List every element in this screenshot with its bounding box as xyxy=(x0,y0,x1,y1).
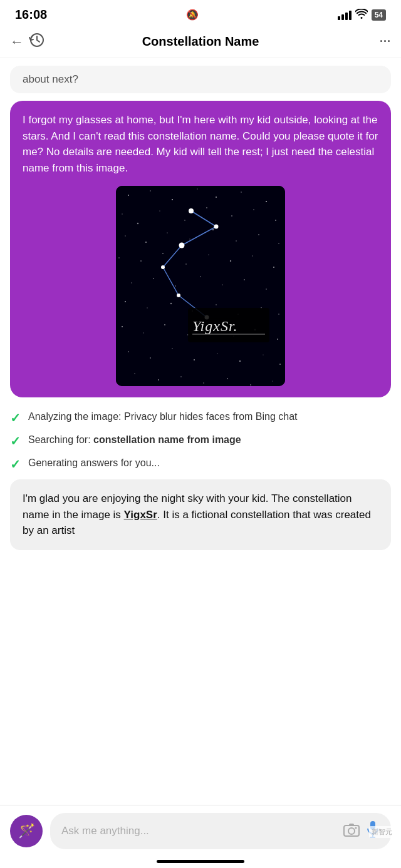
svg-point-88 xyxy=(355,827,357,829)
svg-point-69 xyxy=(250,384,251,385)
svg-point-57 xyxy=(150,357,151,359)
status-bar: 16:08 🔕 54 xyxy=(0,0,401,27)
back-button[interactable]: ← xyxy=(10,34,24,50)
svg-rect-1 xyxy=(116,186,285,386)
mute-icon: 🔕 xyxy=(186,9,199,21)
svg-point-68 xyxy=(227,378,228,379)
more-button[interactable]: ··· xyxy=(380,35,391,48)
svg-point-3 xyxy=(150,190,151,191)
svg-point-77 xyxy=(214,225,219,229)
checkmark-1: ✓ xyxy=(10,411,21,426)
svg-point-16 xyxy=(275,220,276,221)
battery-icon: 54 xyxy=(372,9,386,21)
svg-point-6 xyxy=(216,197,217,198)
svg-point-44 xyxy=(216,304,217,305)
svg-point-47 xyxy=(278,314,279,315)
status-item-3: ✓ Generating answers for you... xyxy=(10,456,391,472)
status-item-2: ✓ Searching for: constellation name from… xyxy=(10,433,391,449)
bing-button[interactable]: 🪄 xyxy=(10,815,43,847)
svg-point-14 xyxy=(231,215,232,217)
svg-point-63 xyxy=(279,364,281,365)
svg-point-55 xyxy=(277,339,278,340)
svg-point-49 xyxy=(143,332,143,333)
home-bar xyxy=(157,855,244,863)
svg-point-36 xyxy=(200,276,201,277)
svg-point-12 xyxy=(184,220,185,221)
status-item-1: ✓ Analyzing the image: Privacy blur hide… xyxy=(10,410,391,426)
svg-point-50 xyxy=(164,324,165,325)
svg-point-80 xyxy=(177,294,180,297)
svg-point-22 xyxy=(236,240,236,241)
checkmark-3: ✓ xyxy=(10,457,21,472)
svg-point-48 xyxy=(122,326,123,327)
svg-point-31 xyxy=(252,255,253,257)
checkmark-2: ✓ xyxy=(10,434,21,449)
status-icons: 54 xyxy=(338,9,386,21)
svg-point-59 xyxy=(194,359,195,360)
status-items: ✓ Analyzing the image: Privacy blur hide… xyxy=(10,410,391,472)
svg-point-28 xyxy=(185,263,187,265)
svg-point-64 xyxy=(134,373,135,374)
svg-point-70 xyxy=(272,380,273,381)
svg-point-9 xyxy=(122,213,122,214)
svg-point-67 xyxy=(203,382,204,384)
svg-point-61 xyxy=(239,360,241,362)
status-time: 16:08 xyxy=(15,8,47,22)
svg-point-23 xyxy=(258,234,259,235)
svg-point-5 xyxy=(197,188,197,189)
signal-bars-icon xyxy=(338,10,352,20)
bing-icon: 🪄 xyxy=(18,823,35,839)
svg-point-26 xyxy=(140,260,142,262)
svg-point-34 xyxy=(153,278,154,279)
svg-point-13 xyxy=(206,207,207,208)
svg-point-40 xyxy=(125,301,126,302)
constellation-svg: YigxSr. xyxy=(116,186,285,386)
svg-point-17 xyxy=(125,235,126,237)
chat-area: about next? I forgot my glasses at home,… xyxy=(0,66,401,568)
page-title: Constellation Name xyxy=(142,34,259,49)
svg-point-76 xyxy=(189,208,194,213)
svg-point-30 xyxy=(230,260,231,262)
user-message-text: I forgot my glasses at home, but I'm her… xyxy=(23,112,378,176)
svg-point-10 xyxy=(137,223,138,224)
history-button[interactable] xyxy=(29,32,45,51)
svg-point-11 xyxy=(159,210,160,211)
svg-point-66 xyxy=(180,376,181,377)
svg-point-56 xyxy=(128,351,129,352)
ai-response-text: I'm glad you are enjoying the night sky … xyxy=(23,493,371,536)
svg-point-24 xyxy=(278,243,279,244)
ai-bubble: I'm glad you are enjoying the night sky … xyxy=(10,479,391,550)
user-bubble: I forgot my glasses at home, but I'm her… xyxy=(10,101,391,397)
nav-bar: ← Constellation Name ··· xyxy=(0,27,401,58)
prev-message: about next? xyxy=(10,66,391,93)
svg-point-18 xyxy=(145,242,147,243)
svg-point-19 xyxy=(167,232,167,233)
svg-point-21 xyxy=(212,229,214,230)
svg-point-78 xyxy=(179,243,185,248)
svg-point-86 xyxy=(348,828,355,834)
svg-point-8 xyxy=(266,201,267,202)
svg-point-65 xyxy=(158,379,159,380)
svg-point-58 xyxy=(172,348,172,349)
svg-point-35 xyxy=(175,285,176,287)
watermark: 新智元 xyxy=(369,826,395,838)
svg-point-15 xyxy=(253,209,254,210)
svg-point-42 xyxy=(170,303,172,304)
constellation-image: YigxSr. xyxy=(116,186,285,386)
svg-point-37 xyxy=(222,284,222,285)
svg-point-29 xyxy=(208,254,209,255)
svg-point-79 xyxy=(161,265,165,269)
svg-point-60 xyxy=(217,353,218,354)
status-text-1: Analyzing the image: Privacy blur hides … xyxy=(28,410,298,424)
svg-point-25 xyxy=(118,257,119,258)
svg-point-39 xyxy=(266,288,267,290)
svg-point-7 xyxy=(241,191,242,193)
svg-point-41 xyxy=(147,307,147,308)
camera-icon[interactable] xyxy=(343,823,360,840)
status-text-3: Generating answers for you... xyxy=(28,456,160,470)
svg-point-20 xyxy=(189,238,190,240)
svg-point-38 xyxy=(244,279,245,280)
svg-point-62 xyxy=(263,354,263,355)
input-field[interactable]: Ask me anything... xyxy=(50,813,391,849)
svg-point-4 xyxy=(172,199,173,200)
